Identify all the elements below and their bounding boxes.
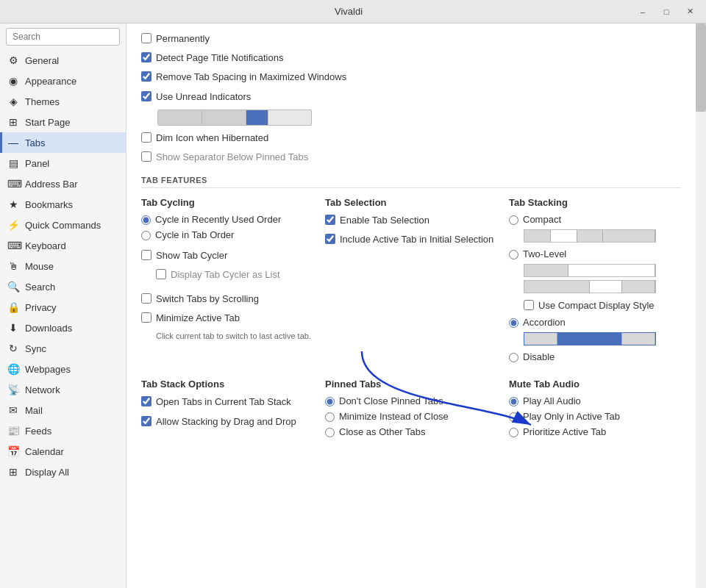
show-separator-checkbox[interactable]	[141, 151, 151, 162]
sidebar-item-address-bar[interactable]: ⌨ Address Bar	[0, 173, 126, 194]
maximize-button[interactable]: □	[656, 4, 677, 19]
show-separator-label: Show Separator Below Pinned Tabs	[156, 151, 308, 164]
sidebar-item-search[interactable]: 🔍 Search	[0, 276, 126, 297]
tabs-icon: —	[7, 137, 19, 148]
compact-radio[interactable]	[509, 215, 518, 225]
tab-preview-item-1	[158, 110, 202, 125]
sidebar-item-label: Calendar	[25, 446, 64, 457]
prioritize-active-radio[interactable]	[509, 428, 518, 437]
setting-include-active-tab: Include Active Tab in Initial Selection	[325, 233, 497, 246]
sidebar-item-bookmarks[interactable]: ★ Bookmarks	[0, 194, 126, 215]
sidebar-item-panel[interactable]: ▤ Panel	[0, 153, 126, 173]
two-level-bot-2	[590, 281, 623, 293]
disable-radio[interactable]	[509, 353, 518, 362]
close-button[interactable]: ✕	[680, 4, 700, 19]
sidebar-item-appearance[interactable]: ◉ Appearance	[0, 71, 126, 91]
minimize-instead-close-label: Minimize Instead of Close	[339, 411, 449, 422]
cycle-recent-radio[interactable]	[141, 215, 151, 225]
setting-detect-page-title: Detect Page Title Notifications	[141, 51, 681, 65]
setting-permanently: Permanently	[141, 32, 681, 46]
tab-stacking-col: Tab Stacking Compact	[509, 197, 681, 367]
close-as-other-label: Close as Other Tabs	[339, 426, 426, 437]
sidebar-item-feeds[interactable]: 📰 Feeds	[0, 420, 126, 441]
setting-show-separator: Show Separator Below Pinned Tabs	[141, 151, 681, 164]
open-tabs-current-stack-checkbox[interactable]	[141, 396, 151, 406]
compact-preview	[524, 229, 656, 243]
sidebar-item-general[interactable]: ⚙ General	[0, 50, 126, 71]
use-compact-style-label: Use Compact Display Style	[538, 299, 655, 312]
radio-disable: Disable	[509, 351, 681, 362]
accordion-label: Accordion	[523, 317, 566, 328]
use-compact-style-checkbox[interactable]	[524, 300, 534, 310]
play-all-audio-radio[interactable]	[509, 397, 518, 406]
two-level-radio[interactable]	[509, 250, 518, 259]
minimize-active-tab-checkbox[interactable]	[141, 312, 151, 323]
minimize-button[interactable]: –	[632, 4, 653, 19]
play-only-active-radio[interactable]	[509, 412, 518, 422]
minimize-instead-close-radio[interactable]	[325, 412, 335, 422]
tab-cycling-col: Tab Cycling Cycle in Recently Used Order…	[141, 197, 313, 367]
sidebar-item-label: Privacy	[25, 302, 57, 313]
cycle-tab-order-radio[interactable]	[141, 231, 151, 240]
start-page-icon: ⊞	[7, 116, 19, 128]
sidebar-item-network[interactable]: 📡 Network	[0, 379, 126, 400]
scrollbar-thumb[interactable]	[696, 24, 706, 112]
two-level-label: Two-Level	[523, 248, 566, 259]
sidebar-item-mail[interactable]: ✉ Mail	[0, 400, 126, 420]
setting-use-compact-style: Use Compact Display Style	[524, 299, 681, 312]
sidebar-item-webpages[interactable]: 🌐 Webpages	[0, 359, 126, 379]
sync-icon: ↻	[7, 343, 19, 354]
sidebar-item-label: Downloads	[25, 323, 72, 334]
acc-seg-3	[622, 333, 655, 345]
accordion-preview	[524, 332, 656, 345]
enable-tab-selection-label: Enable Tab Selection	[340, 214, 429, 227]
setting-use-unread: Use Unread Indicators	[141, 90, 681, 104]
bookmarks-icon: ★	[7, 198, 19, 210]
sidebar-item-mouse[interactable]: 🖱 Mouse	[0, 256, 126, 276]
dim-icon-checkbox[interactable]	[141, 132, 151, 143]
setting-minimize-active-tab: Minimize Active Tab	[141, 312, 313, 325]
sidebar-item-label: Feeds	[25, 426, 51, 437]
compact-seg-2	[551, 230, 577, 242]
sidebar-item-privacy[interactable]: 🔒 Privacy	[0, 297, 126, 318]
setting-show-tab-cycler: Show Tab Cycler	[141, 249, 313, 262]
sidebar-item-downloads[interactable]: ⬇ Downloads	[0, 318, 126, 338]
enable-tab-selection-checkbox[interactable]	[325, 215, 335, 225]
sidebar-item-themes[interactable]: ◈ Themes	[0, 91, 126, 112]
sidebar-item-sync[interactable]: ↻ Sync	[0, 338, 126, 359]
remove-tab-spacing-checkbox[interactable]	[141, 71, 151, 82]
content-area: Permanently Detect Page Title Notificati…	[126, 24, 706, 588]
accordion-radio[interactable]	[509, 318, 518, 328]
setting-display-tab-cycler-list: Display Tab Cycler as List	[156, 268, 313, 282]
show-tab-cycler-checkbox[interactable]	[141, 250, 151, 260]
search-input[interactable]	[6, 28, 120, 46]
tab-preview-item-2	[202, 110, 246, 125]
include-active-tab-checkbox[interactable]	[325, 234, 335, 244]
window-controls: – □ ✕	[632, 4, 700, 19]
close-as-other-radio[interactable]	[325, 428, 335, 437]
sidebar-item-start-page[interactable]: ⊞ Start Page	[0, 112, 126, 132]
mute-tab-audio-title: Mute Tab Audio	[509, 379, 681, 390]
setting-enable-tab-selection: Enable Tab Selection	[325, 214, 497, 227]
dont-close-pinned-radio[interactable]	[325, 397, 335, 406]
sidebar-item-keyboard[interactable]: ⌨ Keyboard	[0, 235, 126, 256]
radio-accordion: Accordion	[509, 317, 681, 328]
switch-tabs-scrolling-checkbox[interactable]	[141, 293, 151, 304]
sidebar-item-quick-commands[interactable]: ⚡ Quick Commands	[0, 215, 126, 235]
display-tab-cycler-list-checkbox[interactable]	[156, 269, 166, 279]
sidebar-item-display-all[interactable]: ⊞ Display All	[0, 462, 126, 482]
sidebar-item-calendar[interactable]: 📅 Calendar	[0, 441, 126, 462]
permanently-checkbox[interactable]	[141, 33, 151, 43]
setting-allow-stacking-drag-drop: Allow Stacking by Drag and Drop	[141, 415, 313, 429]
play-all-audio-label: Play All Audio	[523, 395, 581, 406]
radio-dont-close-pinned: Don't Close Pinned Tabs	[325, 395, 497, 406]
detect-page-title-checkbox[interactable]	[141, 52, 151, 62]
use-unread-checkbox[interactable]	[141, 91, 151, 101]
sidebar-item-tabs[interactable]: — Tabs	[0, 132, 126, 153]
allow-stacking-drag-drop-checkbox[interactable]	[141, 416, 151, 426]
display-all-icon: ⊞	[7, 466, 19, 478]
scrollbar-track[interactable]	[696, 24, 706, 588]
radio-close-as-other: Close as Other Tabs	[325, 426, 497, 437]
sidebar-item-label: Sync	[25, 343, 46, 354]
play-only-active-label: Play Only in Active Tab	[523, 411, 620, 422]
